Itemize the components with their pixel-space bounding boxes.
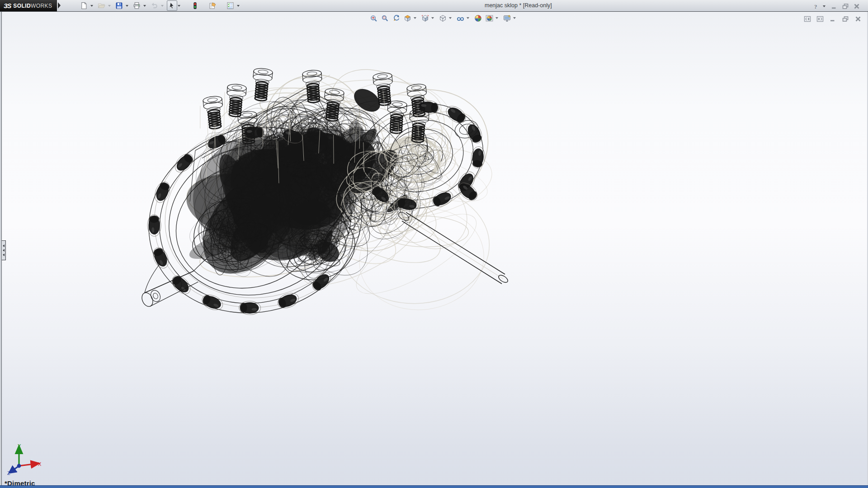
document-window-controls <box>800 14 863 23</box>
print-button-dropdown[interactable] <box>143 5 146 7</box>
pane-right-icon <box>816 15 824 23</box>
win-min-icon <box>829 15 836 23</box>
section-view-button-dropdown[interactable] <box>414 17 416 19</box>
print-button[interactable] <box>132 0 142 11</box>
window-controls: ? <box>810 1 862 11</box>
solidworks-brand-mark-icon: ЗS <box>4 2 11 9</box>
open-folder-icon <box>98 2 105 9</box>
save-icon <box>115 2 123 9</box>
solidworks-logo-text-bold: SOLID <box>13 3 31 9</box>
apply-scene-button[interactable] <box>484 13 494 23</box>
view-orientation-button[interactable] <box>420 13 430 23</box>
orientation-triad: Y X Z <box>4 443 47 479</box>
win-restore-icon <box>842 15 849 23</box>
select-cursor-icon <box>168 2 176 9</box>
restore-document-button[interactable] <box>840 14 851 23</box>
display-style-icon <box>439 14 447 22</box>
solidworks-logo-text-light: WORKS <box>31 3 52 9</box>
note-edit-icon <box>209 2 217 9</box>
section-view-icon <box>404 14 411 22</box>
zoom-to-fit-button[interactable] <box>368 13 378 23</box>
save-button-dropdown[interactable] <box>126 5 128 7</box>
zoom-area-icon <box>381 14 389 22</box>
triad-x-label: X <box>38 461 42 467</box>
help-button-dropdown[interactable] <box>823 5 826 7</box>
undo-button <box>149 0 160 11</box>
open-document-button-dropdown <box>108 5 111 7</box>
close-window-button[interactable] <box>851 1 862 11</box>
help-button[interactable]: ? <box>811 1 821 11</box>
help-icon: ? <box>813 3 820 10</box>
view-settings-icon <box>503 14 511 22</box>
open-document-button <box>96 0 107 11</box>
win-close-icon <box>854 15 862 23</box>
triad-y-label: Y <box>18 443 21 449</box>
view-orientation-button-dropdown[interactable] <box>431 17 434 19</box>
new-doc-icon <box>80 2 88 9</box>
view-cube-icon <box>421 14 429 22</box>
section-view-button[interactable] <box>402 13 412 23</box>
view-settings-button[interactable] <box>502 13 512 23</box>
minimize-window-button[interactable] <box>829 1 839 11</box>
minimize-document-button[interactable] <box>827 14 838 23</box>
pane-left-icon <box>804 15 811 23</box>
appearance-ball-icon <box>474 14 482 22</box>
toolbar-expand-handle-icon[interactable] <box>58 2 61 9</box>
triad-origin <box>17 464 21 468</box>
collapse-right-pane-button[interactable] <box>815 14 826 23</box>
traffic-light-icon <box>191 2 199 9</box>
solidworks-logo: ЗS SOLIDWORKS <box>0 0 57 11</box>
window-frame-left <box>0 12 2 486</box>
zoom-to-area-button[interactable] <box>380 13 390 23</box>
hide-show-items-button-dropdown[interactable] <box>467 17 469 19</box>
graphics-viewport[interactable]: Y X Z *Dimetric <box>0 12 868 486</box>
model-3d-wireframe[interactable] <box>0 12 868 486</box>
window-title: menjac sklop * [Read-only] <box>485 2 552 9</box>
zoom-fit-icon <box>370 14 377 22</box>
scene-ball-icon <box>486 14 493 22</box>
new-document-button[interactable] <box>79 0 89 11</box>
new-document-button-dropdown[interactable] <box>90 5 93 7</box>
display-style-button-dropdown[interactable] <box>449 17 452 19</box>
checklist-icon <box>226 2 234 9</box>
previous-view-icon <box>392 14 400 22</box>
win-min-icon <box>830 3 838 10</box>
collapse-left-pane-button[interactable] <box>802 14 813 23</box>
main-toolbar <box>78 0 242 11</box>
headsup-view-toolbar <box>367 13 518 23</box>
previous-view-button[interactable] <box>391 13 401 23</box>
edit-note-button[interactable] <box>208 0 218 11</box>
undo-button-dropdown <box>161 5 164 7</box>
apply-scene-button-dropdown[interactable] <box>495 17 498 19</box>
view-settings-button-dropdown[interactable] <box>513 17 516 19</box>
display-style-button[interactable] <box>438 13 448 23</box>
win-restore-icon <box>842 3 849 10</box>
hide-show-items-button[interactable] <box>455 13 465 23</box>
feature-tree-collapsed-tab[interactable] <box>1 240 6 260</box>
triad-x-axis <box>19 464 33 466</box>
options-checklist-button-dropdown[interactable] <box>237 5 240 7</box>
options-checklist-button[interactable] <box>225 0 236 11</box>
triad-z-label: Z <box>7 470 10 476</box>
interference-status-button[interactable] <box>190 0 200 11</box>
window-frame-bottom <box>0 485 868 488</box>
select-tool-button[interactable] <box>167 0 177 11</box>
undo-icon <box>151 2 158 9</box>
restore-window-button[interactable] <box>840 1 850 11</box>
win-close-icon <box>853 3 860 10</box>
edit-appearance-button[interactable] <box>473 13 483 23</box>
save-button[interactable] <box>114 0 124 11</box>
close-document-button[interactable] <box>853 14 863 23</box>
titlebar: ЗS SOLIDWORKS menjac sklop * [Read-only]… <box>0 0 868 12</box>
select-tool-button-dropdown[interactable] <box>178 5 180 7</box>
print-icon <box>133 2 141 9</box>
svg-text:?: ? <box>814 3 817 10</box>
hide-show-glasses-icon <box>457 14 464 22</box>
